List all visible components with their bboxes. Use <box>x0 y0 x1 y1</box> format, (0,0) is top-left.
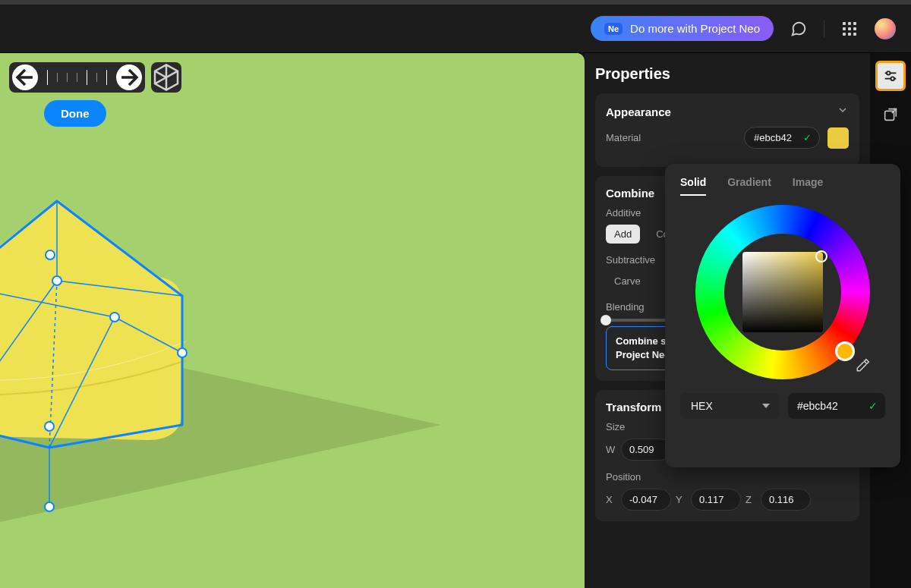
hue-thumb[interactable] <box>835 341 855 361</box>
color-wheel[interactable] <box>695 205 870 379</box>
tab-gradient[interactable]: Gradient <box>727 176 771 196</box>
svg-point-13 <box>110 313 119 322</box>
back-button[interactable] <box>12 64 38 90</box>
panel-title: Properties <box>595 65 859 83</box>
popout-icon[interactable] <box>879 103 902 126</box>
history-nav <box>9 62 145 93</box>
picker-hex-field[interactable]: #ebcb42 <box>788 393 885 419</box>
svg-point-11 <box>52 276 61 285</box>
material-swatch[interactable] <box>827 127 849 149</box>
svg-point-19 <box>887 71 891 75</box>
svg-point-14 <box>178 348 187 357</box>
appearance-title: Appearance <box>606 105 671 118</box>
comment-icon[interactable] <box>790 20 807 37</box>
combine-title: Combine <box>606 187 654 200</box>
eyedropper-icon[interactable] <box>855 358 872 375</box>
format-select[interactable]: HEX <box>680 393 779 419</box>
w-label: W <box>606 444 616 455</box>
tab-image[interactable]: Image <box>793 176 823 196</box>
promo-button[interactable]: Ne Do more with Project Neo <box>591 16 774 41</box>
picker-tabs: Solid Gradient Image <box>680 176 885 196</box>
z-field[interactable]: 0.116 <box>761 489 811 511</box>
svg-point-10 <box>46 250 55 259</box>
sv-box[interactable] <box>742 252 823 332</box>
svg-point-21 <box>891 77 894 80</box>
y-field[interactable]: 0.117 <box>691 489 741 511</box>
add-button[interactable]: Add <box>606 225 640 244</box>
material-hex-field[interactable]: #ebcb42 <box>744 127 820 149</box>
apps-icon[interactable] <box>841 20 858 37</box>
transform-title: Transform <box>606 401 661 413</box>
material-label: Material <box>606 132 736 143</box>
y-label: Y <box>676 494 686 505</box>
topbar: Ne Do more with Project Neo <box>0 0 911 53</box>
position-label: Position <box>606 471 849 483</box>
sv-thumb[interactable] <box>815 250 827 263</box>
tab-solid[interactable]: Solid <box>680 176 706 196</box>
view-cube-button[interactable] <box>151 62 181 93</box>
color-picker-popover: Solid Gradient Image HEX #ebcb42 <box>665 164 900 467</box>
promo-badge: Ne <box>604 23 623 35</box>
settings-button[interactable] <box>875 61 906 91</box>
canvas-viewport[interactable]: Done <box>0 53 585 588</box>
z-label: Z <box>746 494 756 505</box>
divider <box>824 20 824 37</box>
w-field[interactable]: 0.509 <box>621 439 671 461</box>
canvas-toolbar <box>9 62 181 93</box>
promo-text: Do more with Project Neo <box>630 22 760 35</box>
x-label: X <box>606 494 616 505</box>
history-timeline[interactable] <box>39 64 115 91</box>
svg-point-17 <box>45 502 54 511</box>
done-button[interactable]: Done <box>44 100 106 127</box>
forward-button[interactable] <box>116 64 142 90</box>
avatar[interactable] <box>875 18 896 39</box>
x-field[interactable]: -0.047 <box>621 489 671 511</box>
svg-point-16 <box>45 422 54 431</box>
carve-button[interactable]: Carve <box>606 272 649 291</box>
appearance-section: Appearance Material #ebcb42 <box>595 93 859 167</box>
chevron-down-icon[interactable] <box>837 104 849 119</box>
